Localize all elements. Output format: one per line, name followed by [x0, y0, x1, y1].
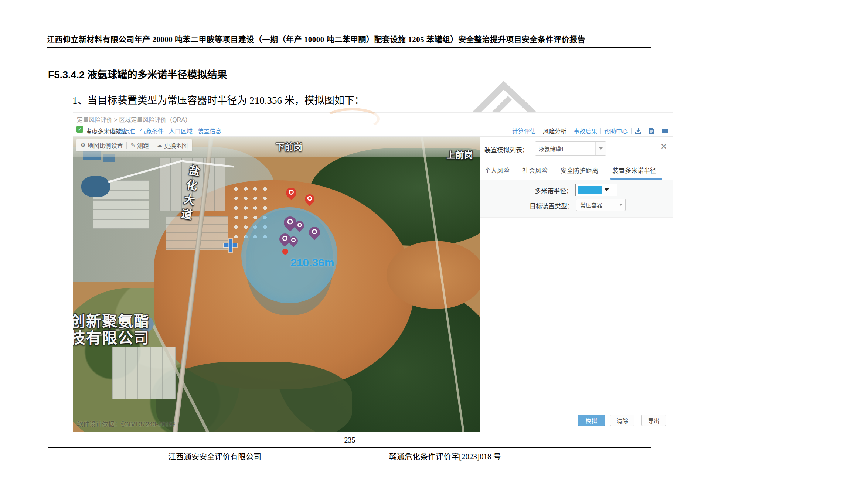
radius-value-label: 210.36m	[290, 256, 334, 269]
close-icon[interactable]: ✕	[660, 142, 667, 151]
menu-link-risk-standard[interactable]: 风险标准	[111, 126, 135, 135]
footer-rule	[48, 447, 651, 448]
nav-help-center[interactable]: 帮助中心	[604, 126, 628, 135]
nav-separator	[658, 128, 658, 134]
tab-safety-distance[interactable]: 安全防护距离	[561, 166, 598, 177]
folder-icon[interactable]	[661, 128, 669, 134]
map-terrain-bare-earth-east	[387, 241, 480, 309]
export-button[interactable]: 导出	[641, 415, 666, 426]
gear-icon: ⚙	[81, 142, 85, 149]
map-toolbar: ⚙ 地图比例设置 ✎ 测距 ☁ 更换地图	[76, 139, 192, 151]
footer-company: 江西通安安全评价有限公司	[168, 450, 261, 461]
toolbar-separator	[126, 142, 127, 149]
orange-arc-watermark	[324, 108, 380, 130]
device-select-value: 液氨储罐1	[535, 145, 595, 153]
chevron-down-icon	[605, 188, 609, 191]
nav-separator	[539, 128, 539, 134]
footer-document-number: 赣通危化条件评价字[2023]018 号	[389, 450, 501, 461]
map-switch-button[interactable]: ☁ 更换地图	[157, 141, 188, 150]
simulate-button[interactable]: 模拟	[578, 415, 605, 426]
map-label-village-right: 上前岗	[446, 148, 473, 161]
nav-separator	[631, 128, 632, 134]
purple-pin-marker[interactable]	[289, 236, 298, 245]
nav-separator	[570, 128, 570, 134]
report-header-title: 江西仰立新材料有限公司年产 20000 吨苯二甲胺等项目建设（一期（年产 100…	[47, 33, 651, 48]
radius-dashed-line	[289, 255, 337, 255]
purple-pin-marker[interactable]	[309, 227, 320, 238]
device-list-label: 装置模拟列表：	[484, 145, 528, 154]
red-pin-marker[interactable]	[305, 194, 314, 204]
map-terrain-trees-bottom	[156, 362, 352, 432]
toolbar-separator	[153, 142, 153, 149]
menu-links: 风险标准 气象条件 人口区域 装置信息	[111, 126, 221, 135]
radius-color-select[interactable]	[575, 184, 617, 196]
download-icon[interactable]	[635, 127, 641, 134]
nav-separator	[645, 128, 645, 134]
target-type-label: 目标装置类型：	[502, 201, 573, 210]
menu-link-device-info[interactable]: 装置信息	[198, 126, 221, 135]
red-dot-marker[interactable]	[282, 249, 288, 255]
top-nav: 计算评估 风险分析 事故后果 帮助中心	[512, 126, 669, 135]
clear-button[interactable]: 清除	[610, 415, 634, 426]
blue-plus-marker[interactable]	[224, 239, 237, 252]
radius-field-label: 多米诺半径：	[502, 186, 572, 195]
page-number: 235	[48, 436, 651, 444]
map-scale-settings-button[interactable]: ⚙ 地图比例设置	[81, 141, 123, 150]
domino-effect-checkbox[interactable]: ✓	[76, 126, 83, 133]
cloud-icon: ☁	[157, 142, 162, 149]
breadcrumb: 定量风险评价 > 区域定量风险评价（QRA）	[77, 115, 191, 124]
map-label-company: 创新聚氨酯 技有限公司	[73, 313, 150, 347]
menu-link-weather[interactable]: 气象条件	[140, 126, 164, 135]
checkmark-icon: ✓	[78, 126, 82, 132]
radius-color-swatch	[578, 186, 602, 194]
nav-separator	[600, 128, 601, 134]
chevron-down-icon	[616, 199, 625, 211]
section-heading: F5.3.4.2 液氨球罐的多米诺半径模拟结果	[48, 67, 227, 81]
map-label-village-top: 下前岗	[276, 140, 302, 153]
panel-divider	[480, 162, 673, 162]
target-type-value: 常压容器	[576, 201, 616, 209]
map-pond	[81, 176, 110, 197]
body-paragraph: 1、当目标装置类型为常压容器时半径为 210.356 米，模拟图如下：	[72, 92, 364, 107]
tab-social-risk[interactable]: 社会风险	[522, 166, 548, 177]
qra-app-screenshot: 定量风险评价 > 区域定量风险评价（QRA） ✓ 考虑多米诺效应 风险标准 气象…	[73, 112, 673, 432]
nav-accident-consequence[interactable]: 事故后果	[573, 126, 597, 135]
satellite-map[interactable]: 210.36m 下前岗 上前岗 盐化大道 创新聚氨酯	[73, 137, 480, 432]
menu-link-population[interactable]: 人口区域	[169, 126, 193, 135]
chevron-down-icon	[595, 142, 606, 155]
pencil-icon: ✎	[130, 142, 135, 149]
tab-personal-risk[interactable]: 个人风险	[484, 166, 510, 177]
map-credit-text: 软件设计依据：《GB/T37243-2019》	[77, 419, 178, 428]
purple-pin-marker[interactable]	[284, 216, 296, 229]
nav-calc-evaluation[interactable]: 计算评估	[512, 126, 536, 135]
map-measure-button[interactable]: ✎ 测距	[130, 141, 149, 150]
device-select[interactable]: 液氨储罐1	[535, 141, 606, 156]
target-type-select[interactable]: 常压容器	[576, 199, 626, 211]
simulation-panel: 装置模拟列表： 液氨储罐1 ✕ 个人风险 社会风险 安全防护距离 装置多米诺半径…	[480, 137, 673, 432]
tab-domino-radius[interactable]: 装置多米诺半径	[612, 166, 656, 177]
map-buildings	[112, 347, 176, 399]
document-icon[interactable]	[649, 127, 654, 134]
red-pin-marker[interactable]	[286, 188, 296, 198]
purple-pin-marker[interactable]	[295, 221, 304, 230]
nav-risk-analysis[interactable]: 风险分析	[543, 126, 566, 135]
